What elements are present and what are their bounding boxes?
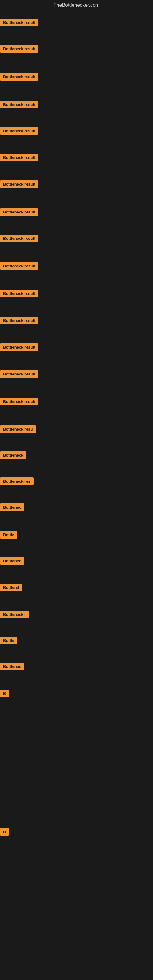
bottleneck-badge[interactable]: Bottlenec [0,503,24,511]
bottleneck-badge[interactable]: Bottleneck result [0,317,38,324]
bottleneck-result-item: Bottlenec [0,557,24,565]
bottleneck-result-item: Bottleneck result [0,73,38,81]
bottleneck-badge[interactable]: Bottleneck result [0,73,38,81]
bottleneck-badge[interactable]: Bottleneck result [0,19,38,26]
bottleneck-result-item: B [0,828,9,836]
bottleneck-badge[interactable]: Bottlend [0,584,22,591]
bottleneck-result-item: Bottleneck result [0,398,38,406]
bottleneck-badge[interactable]: Bottleneck result [0,101,38,108]
bottleneck-result-item: Bottleneck result [0,370,38,378]
bottleneck-result-item: Bottleneck resu [0,425,36,433]
bottleneck-badge[interactable]: Bottlenec [0,557,24,565]
bottleneck-badge[interactable]: Bottleneck result [0,127,38,135]
bottleneck-result-item: Bottleneck result [0,262,38,270]
bottleneck-badge[interactable]: Bottleneck result [0,370,38,378]
bottleneck-badge[interactable]: Bottleneck r [0,611,29,618]
bottleneck-result-item: Bottleneck [0,452,26,459]
bottleneck-badge[interactable]: Bottlenec [0,663,24,670]
bottleneck-result-item: Bottleneck result [0,180,38,188]
bottleneck-result-item: Bottleneck result [0,19,38,26]
bottleneck-badge[interactable]: Bottleneck [0,452,26,459]
bottleneck-badge[interactable]: B [0,828,9,836]
bottleneck-result-item: Bottleneck result [0,154,38,161]
bottleneck-badge[interactable]: Bottleneck result [0,235,38,242]
bottleneck-result-item: Bottleneck result [0,208,38,216]
bottleneck-badge[interactable]: Bottleneck result [0,208,38,216]
bottleneck-badge[interactable]: Bottleneck result [0,398,38,406]
bottleneck-result-item: Bottleneck result [0,101,38,108]
bottleneck-result-item: Bottleneck result [0,343,38,351]
bottleneck-badge[interactable]: Bottleneck result [0,180,38,188]
bottleneck-result-item: Bottleneck result [0,45,38,52]
bottleneck-result-item: Bottleneck r [0,611,29,618]
bottleneck-badge[interactable]: Bottle [0,637,18,644]
bottleneck-badge[interactable]: Bottle [0,531,18,539]
site-title: TheBottlenecker.com [0,0,153,10]
bottleneck-badge[interactable]: Bottleneck result [0,343,38,351]
bottleneck-badge[interactable]: Bottleneck result [0,45,38,52]
bottleneck-result-item: Bottleneck result [0,290,38,298]
bottleneck-result-item: Bottleneck result [0,317,38,324]
bottleneck-badge[interactable]: Bottleneck resu [0,425,36,433]
bottleneck-badge[interactable]: Bottleneck result [0,154,38,161]
bottleneck-badge[interactable]: Bottleneck result [0,290,38,298]
bottleneck-badge[interactable]: Bottleneck res [0,477,33,485]
bottleneck-result-item: Bottlend [0,584,22,591]
bottleneck-result-item: Bottle [0,637,18,644]
bottleneck-result-item: Bottle [0,531,18,539]
bottleneck-result-item: Bottleneck result [0,235,38,242]
bottleneck-badge[interactable]: Bottleneck result [0,262,38,270]
bottleneck-result-item: B [0,690,9,697]
bottleneck-result-item: Bottleneck res [0,477,33,485]
bottleneck-badge[interactable]: B [0,690,9,697]
bottleneck-result-item: Bottleneck result [0,127,38,135]
bottleneck-result-item: Bottlenec [0,663,24,670]
bottleneck-result-item: Bottlenec [0,503,24,511]
